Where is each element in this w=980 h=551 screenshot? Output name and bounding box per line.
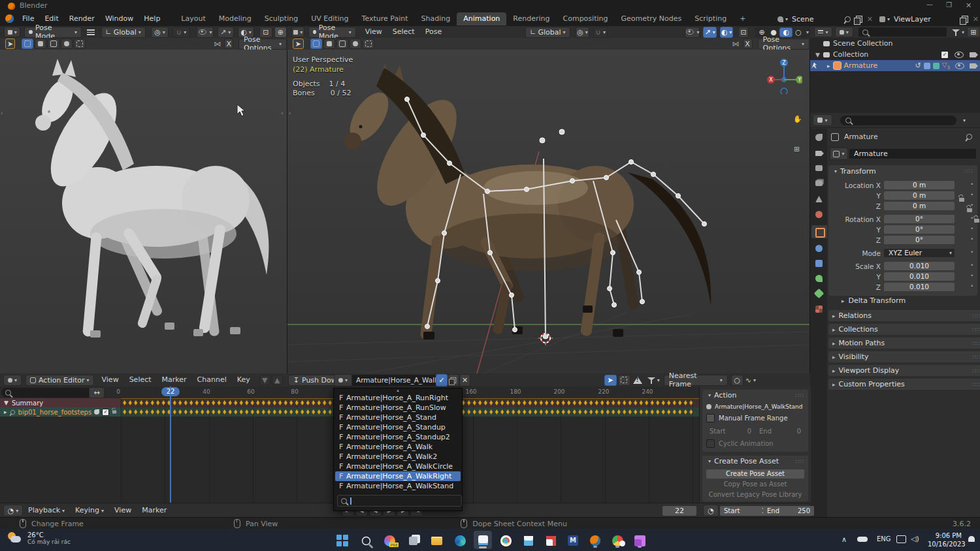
animate-dot[interactable]: •	[970, 191, 973, 198]
manual-range-checkbox[interactable]	[706, 414, 715, 422]
animate-dot[interactable]: •	[970, 272, 973, 279]
pin-icon[interactable]	[843, 15, 852, 24]
orientation-dropdown[interactable]: ∟Global▾	[525, 27, 570, 38]
proportional-edit-dropdown[interactable]: ▾	[197, 27, 213, 38]
grid-ortho-icon[interactable]: ⊞	[794, 145, 800, 153]
volume-icon[interactable]: ◁)	[911, 535, 919, 543]
convert-legacy-pose-library-button[interactable]: Convert Legacy Pose Library	[706, 490, 804, 499]
cyclic-checkbox[interactable]	[706, 439, 715, 448]
visibility-dropdown[interactable]: ▾	[685, 27, 700, 38]
tab-rendering[interactable]: Rendering	[506, 12, 556, 25]
frame-end-field[interactable]: End250	[763, 506, 814, 516]
onedrive-icon[interactable]	[857, 537, 868, 542]
use-preview-range-icon[interactable]: ◔	[703, 505, 719, 516]
channel-filter-invert-icon[interactable]: ↔	[89, 387, 105, 398]
edge-icon[interactable]	[452, 533, 468, 548]
drag-grip-icon[interactable]: ∷∷	[965, 168, 973, 174]
chrome-icon[interactable]	[498, 533, 514, 548]
channel-enable-checkbox[interactable]: ✓	[102, 409, 109, 416]
select-mode-subtract-icon[interactable]	[48, 39, 59, 49]
tab-scene-icon[interactable]	[815, 196, 823, 202]
only-errors-icon[interactable]	[633, 377, 642, 384]
animate-dot[interactable]: •	[970, 225, 973, 232]
select-mode-invert-icon[interactable]	[350, 39, 361, 49]
select-mode-new-icon[interactable]	[310, 39, 322, 49]
expand-icon[interactable]: ▼	[4, 400, 8, 406]
panel-relations[interactable]: ▸Relations∷∷	[828, 310, 980, 321]
filter-dropdown[interactable]: ▾	[647, 377, 660, 384]
properties-editor-type-icon[interactable]: ▾	[813, 114, 832, 126]
editor-type-icon[interactable]: ▾	[291, 27, 304, 37]
clock[interactable]: 9:06 PM 10/16/2023	[928, 531, 962, 548]
pin-icon[interactable]	[9, 409, 16, 415]
dropdown-item[interactable]: FArmature|Horse_A_Standup	[334, 422, 462, 432]
action-panel-header[interactable]: ▾ Action ∷∷	[702, 390, 808, 401]
tab-render-icon[interactable]	[815, 151, 822, 156]
tab-geometry-nodes[interactable]: Geometry Nodes	[614, 12, 688, 25]
dopesheet-editor-type-icon[interactable]: ▾	[3, 375, 22, 386]
disable-render-icon[interactable]	[970, 52, 976, 57]
tab-world-icon[interactable]	[815, 211, 823, 218]
panel-collections[interactable]: ▸Collections∷∷	[828, 324, 980, 335]
pose-options-dropdown[interactable]: Pose Options▾	[758, 39, 809, 50]
dropdown-item[interactable]: FArmature|Horse_A_RunRight	[334, 393, 462, 403]
expand-icon[interactable]: ▸	[4, 409, 7, 415]
outliner-row-armature[interactable]: ▸ Armature ↺ ▽3	[810, 60, 980, 71]
outliner-row-scene-collection[interactable]: Scene Collection	[810, 38, 980, 49]
properties-search-input[interactable]	[840, 116, 956, 125]
copy-pose-as-asset-button[interactable]: Copy Pose as Asset	[706, 480, 804, 489]
keying-dropdown[interactable]: Keying▾	[70, 503, 109, 518]
copy-scene-icon[interactable]	[856, 16, 862, 23]
tab-bone-icon[interactable]	[814, 289, 825, 299]
dropdown-item[interactable]: FArmature|Horse_A_Walk2	[334, 452, 462, 462]
menu-channel[interactable]: Channel	[192, 373, 232, 386]
dropdown-item-selected[interactable]: FArmature|Horse_A_WalkRight	[335, 471, 461, 481]
fake-user-toggle[interactable]: ✓	[436, 374, 448, 386]
select-mode-intersect-icon[interactable]	[74, 39, 86, 49]
animate-dot[interactable]: •	[970, 202, 973, 208]
pan-hand-icon[interactable]: ✋	[793, 115, 802, 123]
tab-scripting[interactable]: Scripting	[688, 12, 733, 25]
snap-toggle[interactable]: ∪▾	[593, 27, 608, 38]
menu-view[interactable]: View	[109, 503, 137, 518]
properties-options-chevron[interactable]: ▾	[963, 118, 966, 123]
animate-dot[interactable]: •	[970, 215, 973, 221]
scale-z-field[interactable]: 0.010	[884, 283, 955, 291]
outliner-display-mode-dropdown[interactable]: ▾	[814, 27, 832, 37]
tab-sculpting[interactable]: Sculpting	[258, 12, 304, 25]
new-collection-button[interactable]: ⊞	[967, 27, 980, 37]
menu-view[interactable]: View	[360, 25, 387, 39]
range-end-field[interactable]: End0	[756, 426, 804, 435]
mirror-x-toggle[interactable]: X	[743, 39, 753, 49]
language-indicator[interactable]: ENG	[877, 535, 891, 543]
tab-layout[interactable]: Layout	[174, 12, 212, 25]
overlays-dropdown[interactable]: ◐▾	[720, 27, 733, 38]
lock-icon[interactable]	[959, 198, 964, 202]
tab-modeling[interactable]: Modeling	[212, 12, 258, 25]
scale-x-field[interactable]: 0.010	[884, 262, 955, 270]
new-action-button[interactable]	[448, 374, 459, 386]
snap-mode-dropdown[interactable]: Nearest Frame▾	[664, 375, 728, 386]
region-expand-chevron[interactable]: ›	[289, 110, 291, 116]
collection-checkbox[interactable]: ✓	[941, 51, 949, 59]
dropdown-search-input[interactable]	[337, 495, 462, 507]
search-icon[interactable]	[358, 533, 374, 548]
location-y-field[interactable]: 0 m	[884, 191, 955, 200]
tray-expand-chevron[interactable]: ∧	[841, 535, 847, 544]
chrome-profile-icon[interactable]	[610, 533, 625, 548]
delete-viewlayer-icon[interactable]: ✕	[973, 15, 979, 24]
outliner-filter-icon[interactable]: ▾	[835, 27, 853, 37]
select-mode-invert-icon[interactable]	[61, 39, 73, 49]
tab-texture-icon[interactable]	[815, 306, 823, 313]
viewlayer-selector[interactable]: ▾ ViewLayer ✕	[877, 14, 980, 24]
tab-texture-paint[interactable]: Texture Paint	[355, 12, 415, 25]
tab-physics-icon[interactable]	[815, 245, 823, 252]
affinity-photo-icon[interactable]	[632, 533, 647, 548]
lock-icon[interactable]	[974, 219, 979, 223]
move-up-icon[interactable]: ▲	[272, 375, 283, 385]
blender-taskbar-icon[interactable]	[587, 533, 603, 548]
snipping-tool-icon-active[interactable]	[474, 531, 492, 549]
app-m-icon[interactable]: M	[565, 533, 581, 548]
transform-panel-header[interactable]: ▾ Transform ∷∷	[828, 165, 977, 177]
hide-eye-icon[interactable]	[955, 63, 964, 69]
